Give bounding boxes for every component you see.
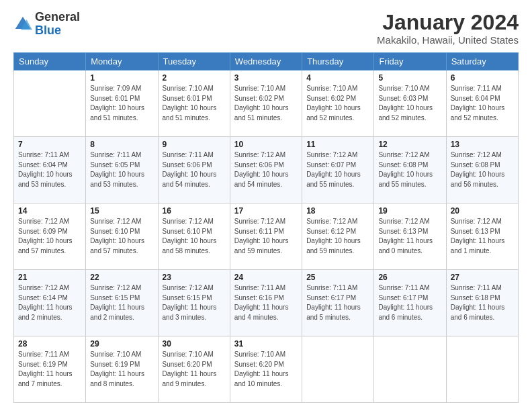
day-number: 9 bbox=[163, 140, 226, 149]
day-info: Sunrise: 7:11 AM Sunset: 6:17 PM Dayligh… bbox=[306, 283, 369, 322]
day-info: Sunrise: 7:11 AM Sunset: 6:06 PM Dayligh… bbox=[163, 150, 226, 189]
day-number: 20 bbox=[451, 206, 514, 216]
day-info: Sunrise: 7:12 AM Sunset: 6:10 PM Dayligh… bbox=[90, 217, 153, 256]
day-number: 14 bbox=[18, 206, 81, 216]
calendar-cell: 27Sunrise: 7:11 AM Sunset: 6:18 PM Dayli… bbox=[446, 270, 518, 336]
day-info: Sunrise: 7:11 AM Sunset: 6:18 PM Dayligh… bbox=[451, 283, 514, 322]
calendar-cell bbox=[302, 336, 374, 403]
calendar-cell: 13Sunrise: 7:12 AM Sunset: 6:08 PM Dayli… bbox=[446, 137, 518, 203]
day-number: 30 bbox=[163, 339, 226, 349]
day-number: 7 bbox=[18, 140, 81, 149]
day-info: Sunrise: 7:10 AM Sunset: 6:03 PM Dayligh… bbox=[378, 84, 441, 123]
day-info: Sunrise: 7:12 AM Sunset: 6:08 PM Dayligh… bbox=[378, 150, 441, 189]
calendar-cell bbox=[374, 336, 446, 403]
calendar-header-row: SundayMondayTuesdayWednesdayThursdayFrid… bbox=[14, 53, 519, 71]
day-info: Sunrise: 7:12 AM Sunset: 6:15 PM Dayligh… bbox=[90, 283, 153, 322]
calendar-col-monday: Monday bbox=[86, 53, 158, 71]
day-number: 1 bbox=[90, 73, 153, 83]
calendar-col-friday: Friday bbox=[374, 53, 446, 71]
day-number: 21 bbox=[18, 273, 81, 282]
day-number: 13 bbox=[451, 140, 514, 149]
day-info: Sunrise: 7:11 AM Sunset: 6:17 PM Dayligh… bbox=[378, 283, 441, 322]
calendar-cell: 4Sunrise: 7:10 AM Sunset: 6:02 PM Daylig… bbox=[302, 71, 374, 137]
day-info: Sunrise: 7:10 AM Sunset: 6:19 PM Dayligh… bbox=[90, 350, 153, 389]
calendar-cell: 24Sunrise: 7:11 AM Sunset: 6:16 PM Dayli… bbox=[230, 270, 302, 336]
calendar-col-saturday: Saturday bbox=[446, 53, 518, 71]
day-info: Sunrise: 7:12 AM Sunset: 6:09 PM Dayligh… bbox=[18, 217, 81, 256]
calendar-cell: 29Sunrise: 7:10 AM Sunset: 6:19 PM Dayli… bbox=[86, 336, 158, 403]
day-info: Sunrise: 7:10 AM Sunset: 6:01 PM Dayligh… bbox=[163, 84, 226, 123]
day-info: Sunrise: 7:11 AM Sunset: 6:04 PM Dayligh… bbox=[18, 150, 81, 189]
calendar-week-row: 14Sunrise: 7:12 AM Sunset: 6:09 PM Dayli… bbox=[14, 203, 519, 270]
calendar-cell: 18Sunrise: 7:12 AM Sunset: 6:12 PM Dayli… bbox=[302, 203, 374, 270]
title-section: January 2024 Makakilo, Hawaii, United St… bbox=[377, 11, 519, 46]
calendar-cell: 25Sunrise: 7:11 AM Sunset: 6:17 PM Dayli… bbox=[302, 270, 374, 336]
day-info: Sunrise: 7:12 AM Sunset: 6:11 PM Dayligh… bbox=[234, 217, 298, 256]
day-number: 29 bbox=[90, 339, 153, 349]
day-info: Sunrise: 7:10 AM Sunset: 6:02 PM Dayligh… bbox=[234, 84, 298, 123]
calendar-cell: 31Sunrise: 7:10 AM Sunset: 6:20 PM Dayli… bbox=[230, 336, 302, 403]
day-number: 24 bbox=[234, 273, 298, 282]
day-number: 8 bbox=[90, 140, 153, 149]
subtitle: Makakilo, Hawaii, United States bbox=[377, 34, 519, 46]
day-info: Sunrise: 7:10 AM Sunset: 6:20 PM Dayligh… bbox=[163, 350, 226, 389]
calendar-cell: 12Sunrise: 7:12 AM Sunset: 6:08 PM Dayli… bbox=[374, 137, 446, 203]
calendar-cell: 1Sunrise: 7:09 AM Sunset: 6:01 PM Daylig… bbox=[86, 71, 158, 137]
day-number: 28 bbox=[18, 339, 81, 349]
day-number: 3 bbox=[234, 73, 298, 83]
calendar-cell bbox=[446, 336, 518, 403]
day-number: 6 bbox=[451, 73, 514, 83]
logo: General Blue bbox=[13, 11, 80, 38]
calendar-cell: 21Sunrise: 7:12 AM Sunset: 6:14 PM Dayli… bbox=[14, 270, 86, 336]
day-number: 18 bbox=[306, 206, 369, 216]
calendar-col-thursday: Thursday bbox=[302, 53, 374, 71]
day-info: Sunrise: 7:10 AM Sunset: 6:02 PM Dayligh… bbox=[306, 84, 369, 123]
calendar-cell: 17Sunrise: 7:12 AM Sunset: 6:11 PM Dayli… bbox=[230, 203, 302, 270]
calendar-cell: 2Sunrise: 7:10 AM Sunset: 6:01 PM Daylig… bbox=[158, 71, 230, 137]
day-info: Sunrise: 7:11 AM Sunset: 6:04 PM Dayligh… bbox=[451, 84, 514, 123]
day-number: 16 bbox=[163, 206, 226, 216]
day-number: 12 bbox=[378, 140, 441, 149]
calendar-cell: 3Sunrise: 7:10 AM Sunset: 6:02 PM Daylig… bbox=[230, 71, 302, 137]
day-number: 31 bbox=[234, 339, 298, 349]
day-number: 10 bbox=[234, 140, 298, 149]
day-info: Sunrise: 7:12 AM Sunset: 6:06 PM Dayligh… bbox=[234, 150, 298, 189]
calendar-table: SundayMondayTuesdayWednesdayThursdayFrid… bbox=[13, 52, 519, 403]
calendar-week-row: 28Sunrise: 7:11 AM Sunset: 6:19 PM Dayli… bbox=[14, 336, 519, 403]
calendar-col-sunday: Sunday bbox=[14, 53, 86, 71]
day-info: Sunrise: 7:11 AM Sunset: 6:19 PM Dayligh… bbox=[18, 350, 81, 389]
day-number: 25 bbox=[306, 273, 369, 282]
calendar-cell: 19Sunrise: 7:12 AM Sunset: 6:13 PM Dayli… bbox=[374, 203, 446, 270]
day-info: Sunrise: 7:10 AM Sunset: 6:20 PM Dayligh… bbox=[234, 350, 298, 389]
calendar-cell: 9Sunrise: 7:11 AM Sunset: 6:06 PM Daylig… bbox=[158, 137, 230, 203]
calendar-cell: 15Sunrise: 7:12 AM Sunset: 6:10 PM Dayli… bbox=[86, 203, 158, 270]
day-number: 2 bbox=[163, 73, 226, 83]
logo-blue-text: Blue bbox=[35, 24, 61, 37]
calendar-cell: 5Sunrise: 7:10 AM Sunset: 6:03 PM Daylig… bbox=[374, 71, 446, 137]
day-number: 23 bbox=[163, 273, 226, 282]
day-number: 19 bbox=[378, 206, 441, 216]
calendar-cell: 20Sunrise: 7:12 AM Sunset: 6:13 PM Dayli… bbox=[446, 203, 518, 270]
day-number: 11 bbox=[306, 140, 369, 149]
logo-text: General Blue bbox=[35, 11, 80, 38]
day-info: Sunrise: 7:11 AM Sunset: 6:16 PM Dayligh… bbox=[234, 283, 298, 322]
day-info: Sunrise: 7:12 AM Sunset: 6:14 PM Dayligh… bbox=[18, 283, 81, 322]
calendar-week-row: 7Sunrise: 7:11 AM Sunset: 6:04 PM Daylig… bbox=[14, 137, 519, 203]
calendar-cell: 7Sunrise: 7:11 AM Sunset: 6:04 PM Daylig… bbox=[14, 137, 86, 203]
day-info: Sunrise: 7:09 AM Sunset: 6:01 PM Dayligh… bbox=[90, 84, 153, 123]
day-info: Sunrise: 7:12 AM Sunset: 6:12 PM Dayligh… bbox=[306, 217, 369, 256]
day-number: 26 bbox=[378, 273, 441, 282]
calendar-week-row: 1Sunrise: 7:09 AM Sunset: 6:01 PM Daylig… bbox=[14, 71, 519, 137]
logo-general-text: General bbox=[35, 10, 80, 24]
calendar-cell: 22Sunrise: 7:12 AM Sunset: 6:15 PM Dayli… bbox=[86, 270, 158, 336]
calendar-week-row: 21Sunrise: 7:12 AM Sunset: 6:14 PM Dayli… bbox=[14, 270, 519, 336]
day-number: 17 bbox=[234, 206, 298, 216]
calendar-cell bbox=[14, 71, 86, 137]
day-number: 27 bbox=[451, 273, 514, 282]
page: General Blue January 2024 Makakilo, Hawa… bbox=[0, 0, 532, 411]
day-info: Sunrise: 7:12 AM Sunset: 6:13 PM Dayligh… bbox=[451, 217, 514, 256]
day-info: Sunrise: 7:12 AM Sunset: 6:13 PM Dayligh… bbox=[378, 217, 441, 256]
calendar-cell: 26Sunrise: 7:11 AM Sunset: 6:17 PM Dayli… bbox=[374, 270, 446, 336]
calendar-cell: 23Sunrise: 7:12 AM Sunset: 6:15 PM Dayli… bbox=[158, 270, 230, 336]
calendar-cell: 11Sunrise: 7:12 AM Sunset: 6:07 PM Dayli… bbox=[302, 137, 374, 203]
